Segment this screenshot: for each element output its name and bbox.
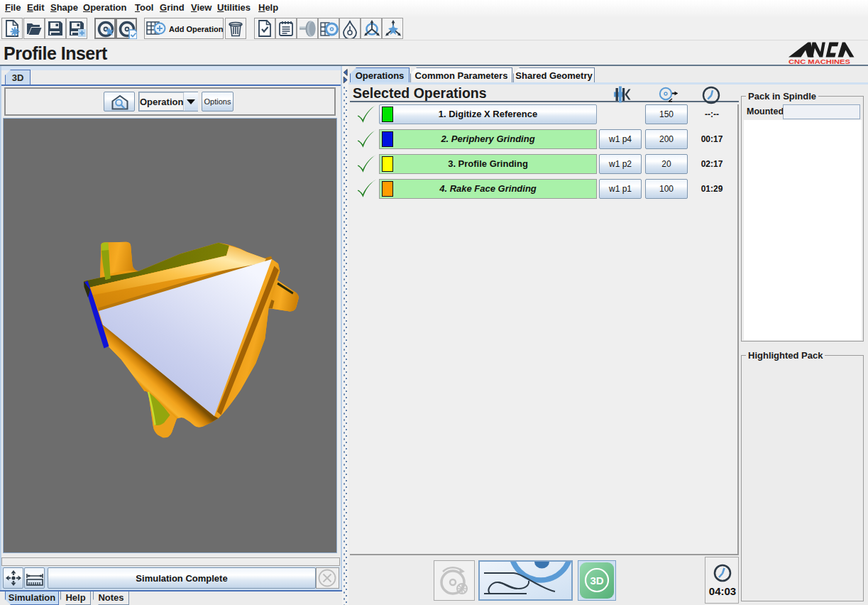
svg-text:CNC MACHINES: CNC MACHINES xyxy=(789,58,850,65)
svg-text:3D: 3D xyxy=(590,574,603,587)
